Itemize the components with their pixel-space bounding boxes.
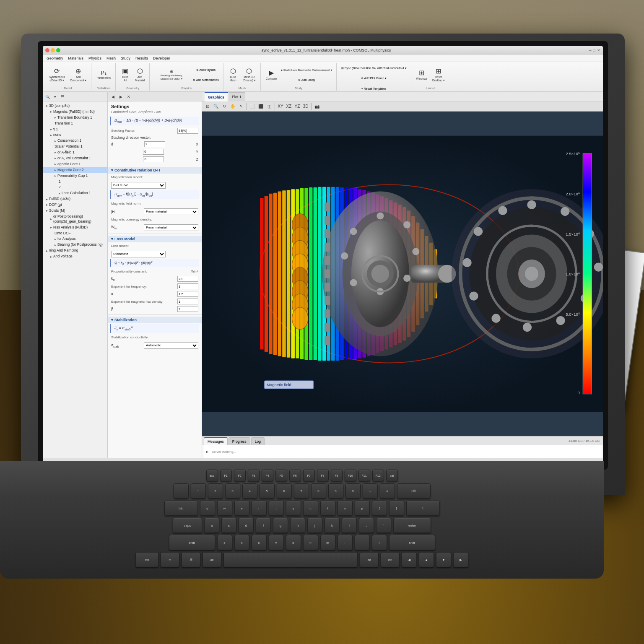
menu-results[interactable]: Results: [133, 55, 150, 62]
freq-exponent-input[interactable]: [177, 283, 198, 289]
key-y[interactable]: y: [286, 501, 301, 516]
study-gear-button[interactable]: ▸ Study G and Bearing (for Postprocessin…: [280, 65, 333, 75]
key-del[interactable]: del: [386, 470, 398, 481]
key-f11[interactable]: F11: [358, 470, 370, 481]
key-minus[interactable]: -: [363, 483, 378, 499]
screenshot-btn[interactable]: 📷: [313, 103, 321, 110]
key-d[interactable]: d: [239, 518, 254, 533]
view-3d-btn[interactable]: 3D: [302, 103, 309, 110]
key-w[interactable]: w: [217, 501, 232, 516]
menu-materials[interactable]: Materials: [66, 55, 86, 62]
key-shift-l[interactable]: shift: [169, 535, 215, 550]
wireframe-btn[interactable]: ⬜: [249, 103, 256, 110]
key-0[interactable]: 0: [345, 483, 361, 499]
sidebar-search-btn[interactable]: 🔍: [44, 93, 51, 100]
tree-item-3[interactable]: Transition 1: [43, 121, 107, 127]
minimize-button[interactable]: [51, 48, 55, 52]
stacking-z-input[interactable]: [143, 156, 164, 162]
build-all-button[interactable]: ▣ BuildAll: [119, 65, 132, 86]
key-z[interactable]: z: [217, 535, 232, 550]
key-s[interactable]: s: [221, 518, 236, 533]
restore-icon[interactable]: □: [593, 48, 595, 52]
transparency-btn[interactable]: ◫: [265, 103, 273, 110]
key-f10[interactable]: F10: [345, 470, 356, 481]
key-c[interactable]: c: [252, 535, 267, 550]
tree-item-24[interactable]: ▸ning And Ramping: [43, 248, 107, 254]
key-f12[interactable]: F12: [372, 470, 384, 481]
stacking-y-input[interactable]: [143, 149, 164, 155]
tree-item-2[interactable]: ▸Transition Boundary 1: [43, 115, 107, 121]
menu-study[interactable]: Study: [119, 55, 132, 62]
key-period[interactable]: .: [355, 535, 370, 550]
key-semicolon[interactable]: ;: [359, 518, 374, 533]
key-3[interactable]: 3: [225, 483, 240, 499]
tree-item-9[interactable]: ▸or A, Psi Constraint 1: [43, 156, 107, 161]
tree-item-12[interactable]: ▸Permeability Gap 1: [43, 173, 107, 179]
zoom-in-btn[interactable]: 🔍: [212, 103, 220, 110]
parameters-button[interactable]: P₁ Parameters: [94, 65, 113, 86]
key-backspace[interactable]: ⌫: [397, 483, 431, 499]
progress-tab[interactable]: Progress: [229, 437, 250, 445]
key-i[interactable]: i: [320, 501, 335, 516]
close-button[interactable]: [45, 48, 49, 52]
add-physics-button[interactable]: ⊕ Add Physics: [191, 65, 221, 75]
key-comma[interactable]: ,: [338, 535, 353, 550]
compute-button[interactable]: ▶ Compute: [264, 65, 279, 86]
steinmetz-select[interactable]: Steinmetz: [111, 251, 166, 257]
key-p[interactable]: p: [355, 501, 370, 516]
key-arrow-r[interactable]: ▶: [453, 552, 468, 567]
view-yz-btn[interactable]: YZ: [293, 103, 301, 110]
key-k[interactable]: k: [325, 518, 340, 533]
tree-item-13[interactable]: 1: [43, 179, 107, 185]
stab-select[interactable]: Automatic: [144, 342, 198, 349]
key-8[interactable]: 8: [311, 483, 326, 499]
key-ctrl-l[interactable]: ctrl: [135, 552, 158, 567]
key-fn[interactable]: fn: [161, 552, 179, 567]
key-6[interactable]: 6: [277, 483, 292, 499]
key-q[interactable]: q: [200, 501, 215, 516]
menu-physics[interactable]: Physics: [86, 55, 104, 62]
key-tab[interactable]: tab: [164, 501, 198, 516]
key-shift-r[interactable]: shift: [389, 535, 435, 550]
menu-developer[interactable]: Developer: [151, 55, 172, 62]
key-f7[interactable]: F7: [303, 470, 315, 481]
sidebar-collapse-btn[interactable]: ▾: [52, 93, 58, 100]
rotating-machinery-button[interactable]: ⊕ Rotating Machinery,Magnetic (Full3D) ▾: [153, 65, 190, 86]
key-arrow-d[interactable]: ▼: [436, 552, 451, 567]
tree-item-10[interactable]: ▸agnetic Core 1: [43, 161, 107, 167]
key-f9[interactable]: F9: [331, 470, 343, 481]
view-xz-btn[interactable]: XZ: [285, 103, 293, 110]
key-win[interactable]: ⊞: [182, 552, 200, 567]
bh-curve-select[interactable]: B-H curve: [111, 182, 166, 189]
flux-exponent-input[interactable]: [177, 299, 198, 304]
mesh-coarse-button[interactable]: ⬡ Mesh 3D(Coarse) ▾: [241, 65, 258, 86]
key-esc[interactable]: esc: [206, 470, 218, 481]
key-bracket-r[interactable]: ]: [389, 501, 404, 516]
add-plot-group-button[interactable]: ⊕ Add Plot Group ▾: [340, 74, 408, 83]
key-r[interactable]: r: [252, 501, 267, 516]
key-caps[interactable]: caps: [173, 518, 202, 533]
zoom-extents-btn[interactable]: ⊡: [204, 103, 211, 110]
log-tab[interactable]: Log: [251, 437, 265, 445]
stacking-factor-input[interactable]: [177, 128, 198, 134]
key-backslash[interactable]: \: [406, 501, 440, 516]
menu-geometry[interactable]: Geometry: [44, 55, 65, 62]
key-equals[interactable]: =: [380, 483, 395, 499]
key-arrow-u[interactable]: ▲: [419, 552, 434, 567]
tree-item-6[interactable]: ▸Conservation 1: [43, 138, 107, 144]
key-quote[interactable]: ': [376, 518, 391, 533]
menu-mesh[interactable]: Mesh: [104, 55, 118, 62]
tree-item-22[interactable]: ▸for Analysis: [43, 236, 107, 242]
tree-item-25[interactable]: ▸And Voltage: [43, 254, 107, 260]
maximize-button[interactable]: [56, 48, 60, 52]
key-f[interactable]: f: [256, 518, 271, 533]
add-study-button[interactable]: ⊕ Add Study: [280, 75, 333, 85]
tree-item-23[interactable]: ▸Bearing (for Postprocessing): [43, 242, 107, 248]
k-alpha-input[interactable]: [177, 276, 198, 282]
build-mesh-button[interactable]: ⬡ BuildMesh: [226, 65, 240, 86]
tab-plot1[interactable]: Plot 1: [229, 92, 245, 101]
key-f6[interactable]: F6: [289, 470, 301, 481]
result-templates-button[interactable]: ≡ Result Templates: [340, 84, 408, 92]
key-t[interactable]: t: [269, 501, 284, 516]
select-btn[interactable]: ↖: [237, 103, 245, 110]
